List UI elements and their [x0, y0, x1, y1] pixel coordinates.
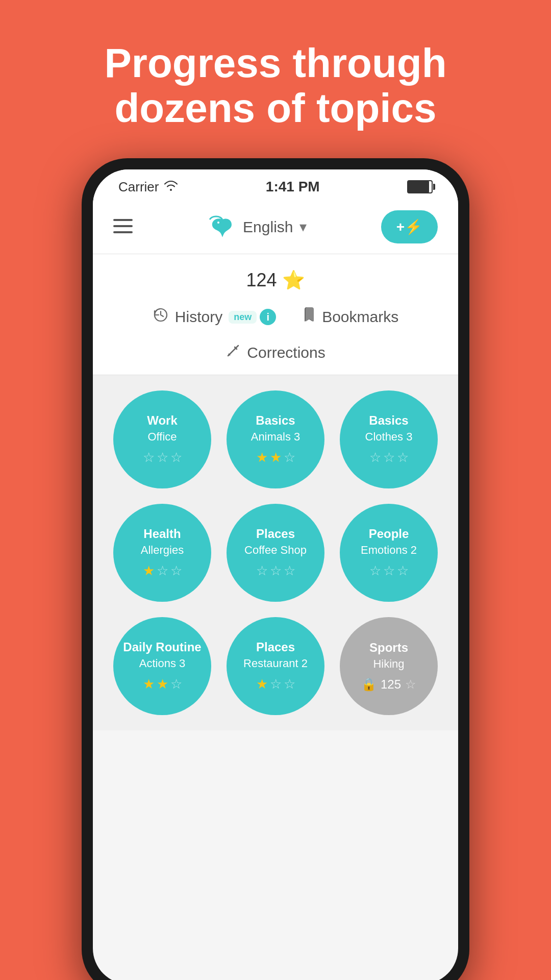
topic-name: Clothes 3 [365, 430, 413, 444]
phone-screen: Carrier 1:41 PM [93, 169, 458, 980]
stars-rating: ☆☆☆ [256, 563, 295, 579]
corrections-icon [226, 343, 241, 362]
status-time: 1:41 PM [266, 179, 320, 195]
topic-item[interactable]: PeopleEmotions 2☆☆☆ [340, 504, 438, 602]
carrier-name: Carrier [118, 179, 159, 195]
topic-item[interactable]: BasicsClothes 3☆☆☆ [340, 390, 438, 488]
phone-mockup: Carrier 1:41 PM [82, 158, 469, 980]
stars-rating: ★★☆ [256, 450, 295, 465]
star-empty: ☆ [157, 450, 168, 465]
topic-item[interactable]: BasicsAnimals 3★★☆ [227, 390, 324, 488]
star-empty: ☆ [256, 563, 268, 579]
stars-rating: ★☆☆ [256, 676, 295, 692]
chevron-down-icon: ▾ [299, 218, 307, 235]
add-button-label: +⚡ [396, 218, 422, 235]
info-badge[interactable]: i [260, 309, 276, 325]
hummingbird-logo [207, 214, 238, 240]
topic-category: Sports [369, 641, 408, 655]
corrections-label: Corrections [247, 344, 325, 361]
topic-item[interactable]: Daily RoutineActions 3★★☆ [113, 617, 211, 715]
battery-fill [408, 181, 429, 192]
stars-bar: 124 ⭐ [93, 254, 458, 301]
star-empty: ☆ [284, 563, 295, 579]
star-filled: ★ [143, 563, 155, 579]
topic-name: Actions 3 [139, 657, 186, 670]
topic-grid: WorkOffice☆☆☆BasicsAnimals 3★★☆BasicsClo… [93, 375, 458, 730]
star-empty: ☆ [157, 563, 168, 579]
star-icon: ⭐ [282, 270, 305, 290]
stars-count: 124 [246, 270, 277, 290]
star-filled: ★ [143, 676, 155, 692]
topic-item[interactable]: HealthAllergies★☆☆ [113, 504, 211, 602]
stars-rating: ★☆☆ [143, 563, 182, 579]
topic-name: Allergies [141, 544, 184, 557]
star-empty: ☆ [170, 676, 182, 692]
topic-category: Basics [369, 413, 408, 428]
topic-name: Emotions 2 [361, 544, 417, 557]
star-empty: ☆ [143, 450, 155, 465]
battery-icon [407, 180, 433, 193]
history-nav-item[interactable]: History new i [153, 307, 276, 327]
topic-category: People [369, 527, 409, 542]
star-empty: ☆ [284, 676, 295, 692]
stars-rating: ★★☆ [143, 676, 182, 692]
topic-category: Places [256, 527, 295, 542]
language-selector[interactable]: English ▾ [243, 218, 306, 236]
star-empty: ☆ [270, 676, 282, 692]
lock-info: 🔒125☆ [361, 677, 416, 692]
topic-name: Animals 3 [251, 430, 300, 444]
hero-title: Progress through dozens of topics [0, 0, 551, 156]
stars-rating: ☆☆☆ [143, 450, 182, 465]
topic-name: Office [147, 430, 177, 444]
topic-category: Health [143, 527, 181, 542]
star-empty: ☆ [170, 450, 182, 465]
topic-name: Restaurant 2 [243, 657, 308, 670]
lock-icon: 🔒 [361, 677, 377, 692]
star-empty: ☆ [383, 563, 395, 579]
app-header: English ▾ +⚡ [93, 200, 458, 254]
topic-item[interactable]: PlacesCoffee Shop☆☆☆ [227, 504, 324, 602]
wifi-icon [164, 180, 178, 194]
topic-category: Places [256, 640, 295, 655]
svg-rect-0 [113, 219, 133, 221]
menu-icon[interactable] [113, 218, 133, 236]
topic-category: Daily Routine [123, 640, 201, 655]
logo-area: English ▾ [207, 214, 306, 240]
svg-rect-1 [113, 225, 133, 227]
language-label: English [243, 218, 293, 236]
new-badge: new [229, 311, 257, 324]
topic-name: Hiking [373, 657, 404, 671]
bookmarks-label: Bookmarks [322, 308, 398, 326]
lock-score: 125 [381, 677, 401, 692]
star-empty: ☆ [270, 563, 282, 579]
bookmarks-nav-item[interactable]: Bookmarks [302, 306, 398, 328]
history-icon [153, 307, 169, 327]
topic-item[interactable]: SportsHiking🔒125☆ [340, 617, 438, 715]
bookmarks-icon [302, 306, 316, 328]
star-empty: ☆ [397, 450, 409, 465]
star-empty: ☆ [369, 450, 381, 465]
star-filled: ★ [256, 676, 268, 692]
stars-rating: ☆☆☆ [369, 450, 409, 465]
star-empty: ☆ [170, 563, 182, 579]
history-label: History [175, 308, 222, 326]
topic-category: Work [147, 413, 178, 428]
carrier-info: Carrier [118, 179, 178, 195]
nav-row: History new i Bookmarks [93, 301, 458, 340]
star-filled: ★ [270, 450, 282, 465]
corrections-row[interactable]: Corrections [93, 340, 458, 375]
topic-item[interactable]: WorkOffice☆☆☆ [113, 390, 211, 488]
star-filled: ★ [256, 450, 268, 465]
status-bar: Carrier 1:41 PM [93, 169, 458, 200]
topic-category: Basics [256, 413, 295, 428]
topic-name: Coffee Shop [244, 544, 307, 557]
topic-item[interactable]: PlacesRestaurant 2★☆☆ [227, 617, 324, 715]
add-flashcard-button[interactable]: +⚡ [381, 210, 438, 243]
hero-section: Progress through dozens of topics [0, 0, 551, 156]
star-empty: ☆ [383, 450, 395, 465]
star-filled: ★ [157, 676, 168, 692]
svg-rect-2 [113, 231, 133, 233]
star-empty: ☆ [369, 563, 381, 579]
svg-point-3 [217, 222, 219, 224]
star-empty: ☆ [397, 563, 409, 579]
